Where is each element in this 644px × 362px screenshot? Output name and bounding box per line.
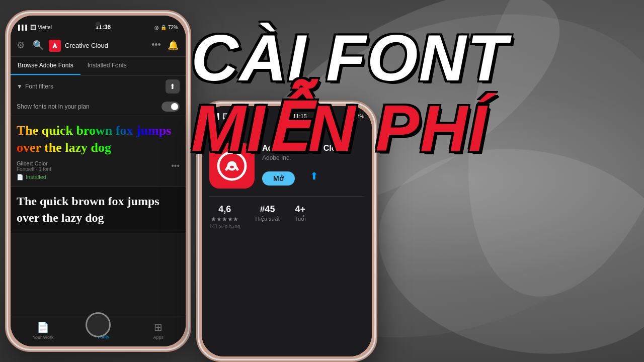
your-work-icon: 📄 [37,321,49,333]
font-preview-2: The quick brown fox jumps over the lazy … [17,193,180,227]
apps-icon: ⊞ [154,321,163,333]
filter-icon: ▼ [17,83,23,90]
search-icon[interactable]: 🔍 [33,40,45,52]
toggle-label: Show fonts not in your plan [17,103,90,110]
battery-label: 72% [168,25,178,30]
title-overlay: CÀI FONT MIỄN PHÍ [191,25,508,161]
phone-left-screen: ▌▌▌ 🔳 Viettel 11:36 ◎ 🔒 72% ⚙ 🔍 [11,16,186,346]
apps-label: Apps [153,335,164,340]
rank-label: Hiệu suất [256,216,280,222]
stars: ★★★★★ [211,216,238,223]
cc-tabs: Browse Adobe Fonts Installed Fonts [11,57,186,75]
signal-icon: ▌▌▌ [18,25,29,30]
status-carrier-left: ▌▌▌ 🔳 Viettel [18,25,52,30]
font-dots-1[interactable]: ••• [171,161,180,170]
rating-score: 4,6 ★★★★★ 141 xếp hạng [209,204,240,229]
rating-age: 4+ Tuổi [295,204,306,229]
rating-count: 141 xếp hạng [209,224,240,229]
age-label: Tuổi [295,216,306,222]
filter-button[interactable]: ⬆ [166,79,180,94]
font-installed-badge: 📄 Installed [17,174,180,180]
cc-title: Creative Cloud [65,42,147,49]
status-right-left: ◎ 🔒 72% [154,25,178,30]
installed-label: Installed [26,174,46,180]
filter-text: Font filters [25,83,53,90]
font-card-colorful: The quick brown fox jumps over the lazy … [11,116,186,187]
filter-label: ▼ Font filters [17,83,53,90]
cc-filter-bar: ▼ Font filters ⬆ [11,75,186,98]
phone-left: ▌▌▌ 🔳 Viettel 11:36 ◎ 🔒 72% ⚙ 🔍 [5,10,191,352]
phone-left-camera [96,22,101,27]
cc-app-screen: ▌▌▌ 🔳 Viettel 11:36 ◎ 🔒 72% ⚙ 🔍 [11,16,186,346]
font-card-white: The quick brown fox jumps over the lazy … [11,187,186,233]
your-work-label: Your Work [33,335,54,340]
gear-icon[interactable]: ⚙ [17,40,29,52]
cc-header: ⚙ 🔍 Creative Cloud ••• 🔔 [11,35,186,57]
installed-icon: 📄 [17,174,24,180]
phone-left-home[interactable] [86,312,111,337]
carrier-label: Viettel [38,25,52,30]
wifi-icon: 🔳 [30,25,36,30]
phone-left-frame: ▌▌▌ 🔳 Viettel 11:36 ◎ 🔒 72% ⚙ 🔍 [5,10,191,352]
more-icon[interactable]: ••• [151,40,164,52]
rank-value: #45 [260,204,275,215]
battery-icon: 🔒 [160,25,167,30]
cc-toggle-row: Show fonts not in your plan [11,98,186,116]
title-line1: CÀI FONT [191,25,508,90]
location-icon: ◎ [154,25,159,30]
tab-browse-fonts[interactable]: Browse Adobe Fonts [11,57,80,75]
appstore-content: Adobe Creative Cloud Adobe Inc. Mở ⬆ 4,6 [202,138,372,356]
plan-toggle[interactable] [162,102,180,112]
font-meta-1: ••• Gilbert Color Fontself · 1 font 📄 In… [17,160,180,180]
open-button[interactable]: Mở [262,171,295,186]
age-value: 4+ [295,204,305,215]
title-line2: MIỄN PHÍ [191,96,508,161]
nav-your-work[interactable]: 📄 Your Work [33,321,54,340]
adobe-logo [49,40,61,52]
tab-installed-fonts[interactable]: Installed Fonts [80,57,134,75]
font-name-1: Gilbert Color [17,160,180,166]
share-button[interactable]: ⬆ [310,170,318,182]
font-creator-1: Fontself · 1 font [17,166,180,172]
rating-rank: #45 Hiệu suất [256,204,280,229]
score-value: 4,6 [218,204,231,215]
ratings-row: 4,6 ★★★★★ 141 xếp hạng #45 Hiệu suất 4+ … [209,196,364,229]
bell-icon[interactable]: 🔔 [168,40,180,52]
nav-apps[interactable]: ⊞ Apps [153,321,164,340]
font-preview-1: The quick brown fox jumps over the lazy … [17,122,180,156]
